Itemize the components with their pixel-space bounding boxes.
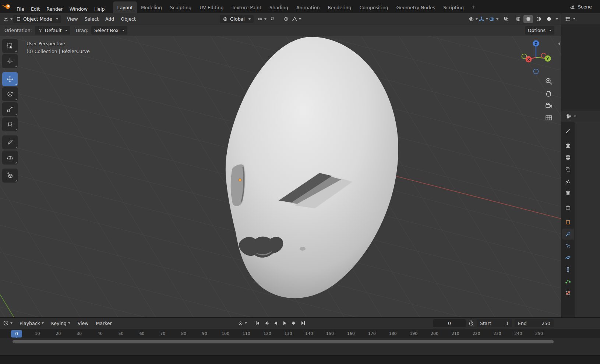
outliner-body[interactable]: [561, 24, 600, 110]
tab-physics-icon[interactable]: [562, 252, 574, 263]
workspace-tab[interactable]: Layout: [113, 1, 137, 13]
camera-view-icon[interactable]: [545, 102, 553, 110]
end-frame-field[interactable]: End 250: [515, 319, 554, 327]
viewport-menu-item[interactable]: Object: [118, 15, 139, 23]
tool-select-box[interactable]: [2, 39, 18, 53]
snap-toggle[interactable]: [268, 15, 277, 23]
tab-world-icon[interactable]: [562, 187, 574, 198]
tool-annotate[interactable]: [2, 135, 18, 149]
jump-prev-keyframe-button[interactable]: [262, 319, 271, 327]
workspace-tab[interactable]: UV Editing: [195, 1, 227, 13]
timeline-scrollbar[interactable]: [13, 340, 554, 343]
jump-to-start-button[interactable]: [253, 319, 262, 327]
overlays-dropdown[interactable]: [489, 15, 498, 23]
options-button[interactable]: Options: [525, 26, 554, 35]
auto-keying-toggle[interactable]: [237, 319, 247, 328]
workspace-tab[interactable]: Rendering: [324, 1, 356, 13]
topbar-menu-item[interactable]: Edit: [28, 5, 43, 13]
shading-solid-button[interactable]: [523, 15, 533, 23]
tool-transform[interactable]: [2, 117, 18, 131]
tab-collection-icon[interactable]: [562, 202, 574, 213]
transform-orientation-dropdown[interactable]: Global: [220, 15, 254, 23]
tab-scene-icon[interactable]: [562, 176, 574, 187]
start-frame-field[interactable]: Start 1: [477, 319, 512, 327]
workspace-tab[interactable]: Texture Paint: [227, 1, 265, 13]
tab-particles-icon[interactable]: [562, 240, 574, 251]
tim eline-editor-type-selector[interactable]: [3, 319, 13, 328]
play-reverse-button[interactable]: [271, 319, 280, 327]
navigation-gizmo[interactable]: Z X Y: [517, 38, 555, 78]
shading-material-button[interactable]: [534, 15, 543, 23]
workspace-tab[interactable]: Shading: [265, 1, 292, 13]
tab-object-data-icon[interactable]: [562, 276, 574, 287]
tool-add-cube[interactable]: [2, 169, 18, 183]
workspace-tab[interactable]: Modeling: [137, 1, 166, 13]
timeline-menu-item[interactable]: Playback: [16, 319, 47, 328]
jump-next-keyframe-button[interactable]: [290, 319, 299, 327]
tab-view-layer-icon[interactable]: [562, 164, 574, 175]
gizmo-neg-z[interactable]: [534, 69, 539, 74]
topbar-menu-item[interactable]: Help: [91, 5, 108, 13]
viewport-canvas[interactable]: [0, 36, 561, 317]
sidebar-collapse-arrow[interactable]: [558, 42, 560, 46]
tool-rotate[interactable]: [2, 87, 18, 101]
snap-target-dropdown[interactable]: [257, 15, 267, 23]
3d-viewport[interactable]: User Perspective (0) Collection | Bézier…: [0, 36, 561, 317]
tab-tool-icon[interactable]: [562, 126, 574, 137]
scene-selector[interactable]: Scene: [570, 4, 598, 10]
mode-dropdown[interactable]: Object Mode: [13, 15, 61, 23]
properties-sliders-icon[interactable]: [566, 113, 572, 119]
workspace-tab[interactable]: Geometry Nodes: [392, 1, 439, 13]
proportional-editing-toggle[interactable]: [282, 15, 291, 23]
topbar-menu-item[interactable]: File: [13, 5, 28, 13]
timeline-menu-item[interactable]: View: [74, 319, 92, 328]
tool-cursor[interactable]: [2, 54, 18, 68]
timeline-menu-item[interactable]: Keying: [48, 319, 74, 328]
tool-orientation-dropdown[interactable]: Default: [35, 26, 71, 35]
timeline-menu-item[interactable]: Marker: [92, 319, 115, 328]
playhead-marker[interactable]: 0: [11, 330, 22, 338]
tab-modifiers-icon[interactable]: [562, 229, 574, 240]
workspace-tab[interactable]: Scripting: [439, 1, 468, 13]
xray-toggle[interactable]: [501, 15, 511, 23]
tool-move[interactable]: [2, 72, 18, 86]
gizmos-dropdown[interactable]: [479, 15, 488, 23]
viewport-menu-item[interactable]: View: [64, 15, 81, 23]
tab-render-icon[interactable]: [562, 140, 574, 151]
play-button[interactable]: [280, 319, 289, 327]
stopwatch-icon[interactable]: [468, 320, 474, 326]
ruler-tick-label: 100: [215, 329, 236, 339]
blender-logo-icon[interactable]: [2, 4, 11, 10]
topbar-menu-item[interactable]: Render: [43, 5, 66, 13]
viewport-menu-item[interactable]: Add: [102, 15, 117, 23]
drag-mode-dropdown[interactable]: Select Box: [91, 26, 127, 35]
add-workspace-button[interactable]: +: [468, 1, 480, 13]
tab-object-icon[interactable]: [562, 217, 574, 228]
topbar-menu-item[interactable]: Window: [66, 5, 91, 13]
tab-constraints-icon[interactable]: [562, 264, 574, 275]
current-frame-field[interactable]: 0: [433, 319, 466, 327]
timeline-tracks[interactable]: [0, 345, 600, 355]
properties-content[interactable]: [575, 122, 600, 317]
proportional-falloff-dropdown[interactable]: [292, 15, 301, 23]
shading-dropdown[interactable]: [556, 18, 558, 20]
head-mesh-object[interactable]: [226, 37, 398, 298]
tab-material-icon[interactable]: [562, 287, 574, 298]
timeline-ruler[interactable]: 1020304050607080901001101201301401501601…: [0, 329, 600, 338]
workspace-tab[interactable]: Animation: [292, 1, 324, 13]
viewport-menu-item[interactable]: Select: [81, 15, 102, 23]
shading-wireframe-button[interactable]: [513, 15, 523, 23]
tab-output-icon[interactable]: [562, 152, 574, 163]
workspace-tab[interactable]: Sculpting: [166, 1, 195, 13]
pan-hand-icon[interactable]: [545, 89, 553, 98]
outliner-list-icon[interactable]: [565, 16, 571, 22]
shading-rendered-button[interactable]: [544, 15, 554, 23]
editor-type-selector[interactable]: [3, 15, 13, 23]
jump-to-end-button[interactable]: [299, 319, 308, 327]
ortho-grid-icon[interactable]: [545, 114, 553, 122]
workspace-tab[interactable]: Compositing: [355, 1, 392, 13]
tool-measure[interactable]: [2, 151, 18, 165]
zoom-icon[interactable]: [545, 77, 553, 85]
object-visibility-dropdown[interactable]: [468, 15, 478, 23]
tool-scale[interactable]: [2, 102, 18, 116]
